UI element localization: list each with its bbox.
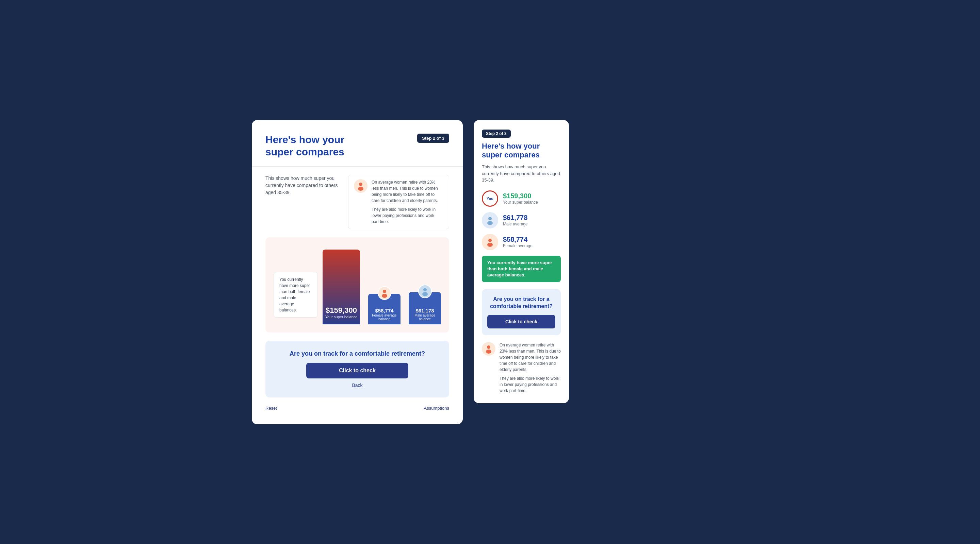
assumptions-link[interactable]: Assumptions — [424, 406, 449, 411]
balance-row-you: You $159,300 Your super balance — [482, 190, 561, 207]
click-to-check-button[interactable]: Click to check — [306, 363, 408, 378]
balance-row-male: $61,778 Male average — [482, 212, 561, 228]
mobile-cta-section: Are you on track for a comfortable retir… — [482, 289, 561, 335]
you-amount: $159,300 — [326, 306, 357, 315]
svg-point-9 — [487, 243, 493, 247]
female-label: Female average balance — [368, 314, 401, 321]
female-avatar-mobile — [482, 234, 498, 250]
female-balance-label: Female average — [503, 243, 533, 248]
description-text: This shows how much super you currently … — [266, 175, 340, 229]
you-balance-label: Your super balance — [503, 200, 538, 205]
chart-area: You currently have more super than both … — [266, 237, 449, 333]
svg-point-8 — [488, 239, 492, 242]
mobile-info-box: On average women retire with 23% less th… — [482, 342, 561, 394]
bar-you-wrapper: $159,300 Your super balance — [323, 249, 360, 324]
step-badge: Step 2 of 3 — [417, 133, 449, 143]
svg-point-7 — [487, 221, 493, 225]
svg-point-3 — [382, 294, 387, 298]
cta-section: Are you on track for a comfortable retir… — [266, 341, 449, 398]
divider — [252, 166, 463, 167]
svg-point-11 — [486, 349, 492, 354]
balance-row-female: $58,774 Female average — [482, 234, 561, 250]
right-card-mobile: Step 2 of 3 Here's how your super compar… — [474, 120, 569, 403]
bar-male-wrapper: $61,178 Male average balance — [409, 292, 441, 324]
chart-callout: You currently have more super than both … — [274, 272, 318, 317]
left-card: Here's how your super compares Step 2 of… — [252, 120, 463, 424]
female-bar-avatar — [378, 286, 391, 300]
you-label: Your super balance — [325, 315, 357, 319]
svg-point-5 — [422, 292, 428, 296]
svg-point-10 — [487, 346, 490, 349]
mobile-info-content: On average women retire with 23% less th… — [500, 342, 561, 394]
female-amount: $58,774 — [375, 308, 393, 314]
svg-point-6 — [488, 217, 492, 220]
mobile-step-badge: Step 2 of 3 — [482, 130, 511, 138]
male-balance-label: Male average — [503, 222, 528, 227]
card-footer: Reset Assumptions — [266, 406, 449, 411]
info-box-text-2: They are also more likely to work in low… — [372, 206, 443, 225]
bar-you: $159,300 Your super balance — [323, 249, 360, 324]
male-balance-info: $61,778 Male average — [503, 214, 528, 227]
svg-point-1 — [358, 187, 363, 191]
mobile-description: This shows how much super you currently … — [482, 163, 561, 184]
page-title: Here's how your super compares — [266, 133, 344, 158]
female-avatar — [354, 179, 368, 193]
info-section: This shows how much super you currently … — [266, 175, 449, 229]
female-balance-amount: $58,774 — [503, 236, 533, 243]
svg-point-4 — [423, 288, 427, 291]
svg-point-0 — [359, 182, 363, 186]
reset-link[interactable]: Reset — [266, 406, 277, 411]
bar-female: $58,774 Female average balance — [368, 294, 401, 324]
info-box: On average women retire with 23% less th… — [348, 175, 449, 229]
info-box-content: On average women retire with 23% less th… — [372, 179, 443, 225]
mobile-click-to-check-button[interactable]: Click to check — [487, 315, 555, 328]
mobile-title: Here's how your super compares — [482, 142, 561, 160]
male-avatar — [482, 212, 498, 228]
male-bar-avatar — [418, 285, 432, 298]
info-box-text-1: On average women retire with 23% less th… — [372, 179, 443, 204]
cta-question: Are you on track for a comfortable retir… — [274, 350, 441, 357]
green-notice: You currently have more super than both … — [482, 256, 561, 282]
card-header: Here's how your super compares Step 2 of… — [266, 133, 449, 158]
page-wrapper: Here's how your super compares Step 2 of… — [252, 120, 728, 424]
mobile-cta-question: Are you on track for a comfortable retir… — [487, 296, 555, 310]
svg-point-2 — [383, 290, 386, 293]
male-label: Male average balance — [409, 314, 441, 321]
male-balance-amount: $61,778 — [503, 214, 528, 222]
bar-female-wrapper: $58,774 Female average balance — [368, 294, 401, 324]
mobile-info-text-2: They are also more likely to work in low… — [500, 375, 561, 394]
you-balance-amount: $159,300 — [503, 192, 538, 200]
you-avatar: You — [482, 190, 498, 207]
bar-male: $61,178 Male average balance — [409, 292, 441, 324]
mobile-info-text-1: On average women retire with 23% less th… — [500, 342, 561, 373]
mobile-info-avatar — [482, 342, 495, 356]
female-balance-info: $58,774 Female average — [503, 236, 533, 248]
male-amount: $61,178 — [415, 308, 434, 314]
you-balance-info: $159,300 Your super balance — [503, 192, 538, 205]
back-link[interactable]: Back — [274, 382, 441, 388]
